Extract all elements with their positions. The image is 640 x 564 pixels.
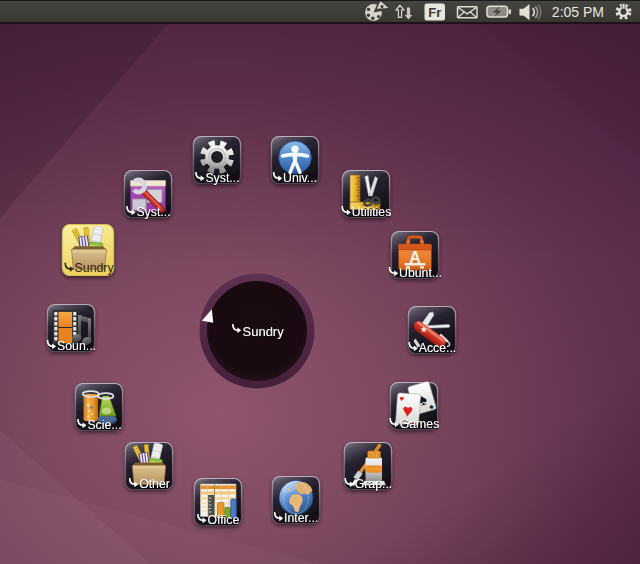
svg-text:A: A xyxy=(409,249,421,266)
svg-text:Utilities: Utilities xyxy=(352,205,392,219)
svg-text:Inter...: Inter... xyxy=(284,511,318,525)
svg-text:Syst...: Syst... xyxy=(136,205,170,219)
svg-text:Fr: Fr xyxy=(428,5,441,20)
svg-text:Scie...: Scie... xyxy=(87,418,121,432)
svg-text:Games: Games xyxy=(400,417,440,431)
svg-text:Grap...: Grap... xyxy=(355,477,393,491)
svg-text:♥: ♥ xyxy=(399,394,405,403)
svg-text:Office: Office xyxy=(207,513,239,527)
svg-text:Ubunt...: Ubunt... xyxy=(399,266,442,280)
svg-text:Sundry: Sundry xyxy=(243,324,285,339)
svg-text:Univ...: Univ... xyxy=(283,171,317,185)
svg-text:2:05 PM: 2:05 PM xyxy=(552,4,604,20)
svg-text:Soun...: Soun... xyxy=(57,339,96,353)
svg-text:Other: Other xyxy=(139,477,170,491)
svg-text:Syst...: Syst... xyxy=(205,171,239,185)
svg-text:Sundry: Sundry xyxy=(75,261,115,275)
svg-text:Acce...: Acce... xyxy=(419,341,457,355)
